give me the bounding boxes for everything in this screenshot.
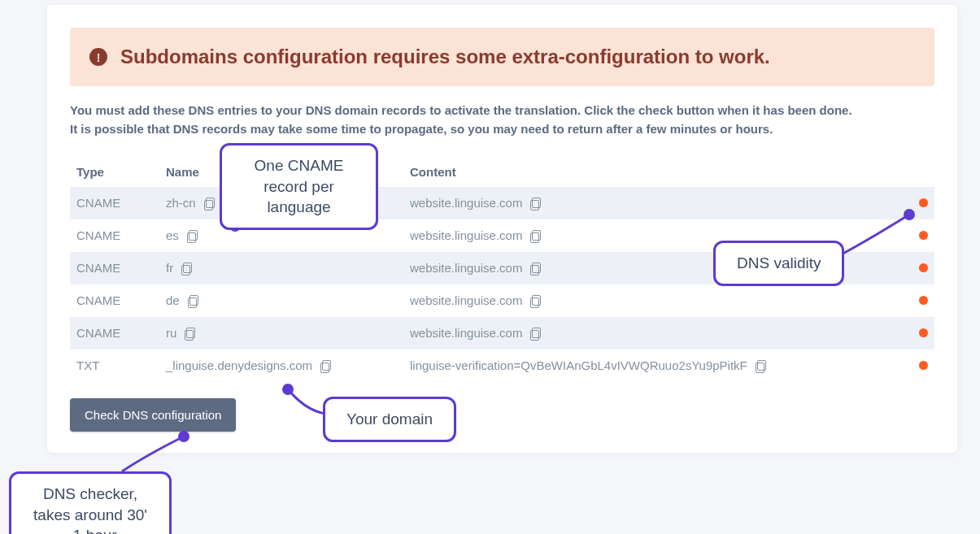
cell-name: fr xyxy=(166,261,410,275)
cell-content: website.linguise.com xyxy=(410,293,895,307)
instructions-line-2: It is possible that DNS records may take… xyxy=(70,119,934,138)
cell-type: CNAME xyxy=(76,326,166,340)
cell-content: linguise-verification=QvBeWIAnGbL4vIVWQR… xyxy=(410,358,895,372)
alert-title: Subdomains configuration requires some e… xyxy=(120,46,770,68)
status-dot xyxy=(919,328,928,337)
copy-icon[interactable] xyxy=(530,263,542,274)
check-dns-button[interactable]: Check DNS configuration xyxy=(70,398,236,432)
record-content-text: website.linguise.com xyxy=(410,326,522,340)
copy-icon[interactable] xyxy=(530,230,542,241)
status-dot xyxy=(919,361,928,370)
copy-icon[interactable] xyxy=(756,360,767,371)
cell-name: _linguise.denydesigns.com xyxy=(166,358,410,372)
callout-dot xyxy=(178,431,189,442)
cell-name: es xyxy=(166,228,410,242)
cell-type: CNAME xyxy=(76,228,166,242)
record-content-text: website.linguise.com xyxy=(410,196,522,210)
copy-icon[interactable] xyxy=(181,263,193,274)
copy-icon[interactable] xyxy=(187,230,198,241)
cell-type: CNAME xyxy=(76,196,166,210)
record-name-text: es xyxy=(166,228,179,242)
record-name-text: _linguise.denydesigns.com xyxy=(166,358,312,372)
col-header-content: Content xyxy=(410,165,895,179)
cell-content: website.linguise.com xyxy=(410,326,895,340)
copy-icon[interactable] xyxy=(530,198,542,209)
copy-icon[interactable] xyxy=(204,198,216,209)
record-name-text: fr xyxy=(166,261,173,275)
cell-name: de xyxy=(166,293,410,307)
copy-icon[interactable] xyxy=(530,295,542,306)
record-content-text: website.linguise.com xyxy=(410,228,522,242)
callout-dot xyxy=(904,209,915,220)
copy-icon[interactable] xyxy=(185,328,196,339)
cell-type: TXT xyxy=(76,358,166,372)
cell-type: CNAME xyxy=(76,261,166,275)
status-dot xyxy=(919,231,928,240)
callout-validity: DNS validity xyxy=(713,241,844,286)
table-row: TXT_linguise.denydesigns.comlinguise-ver… xyxy=(70,349,934,382)
table-row: CNAMEdewebsite.linguise.com xyxy=(70,284,934,317)
record-name-text: de xyxy=(166,293,180,307)
record-name-text: zh-cn xyxy=(166,196,196,210)
status-dot xyxy=(919,198,928,207)
warning-icon: ! xyxy=(89,48,107,66)
callout-dot xyxy=(282,384,294,395)
cell-content: website.linguise.com xyxy=(410,196,895,210)
alert-banner: ! Subdomains configuration requires some… xyxy=(70,28,934,86)
instructions-text: You must add these DNS entries to your D… xyxy=(70,101,934,139)
table-row: CNAMEzh-cnwebsite.linguise.com xyxy=(70,187,934,219)
table-row: CNAMEruwebsite.linguise.com xyxy=(70,317,934,349)
status-dot xyxy=(919,263,928,272)
record-content-text: website.linguise.com xyxy=(410,293,522,307)
copy-icon[interactable] xyxy=(188,295,199,306)
cell-type: CNAME xyxy=(76,293,166,307)
instructions-line-1: You must add these DNS entries to your D… xyxy=(70,101,934,119)
table-header-row: Type Name Content xyxy=(70,157,934,187)
record-content-text: website.linguise.com xyxy=(410,261,522,275)
dns-config-card: ! Subdomains configuration requires some… xyxy=(47,5,957,453)
callout-cname: One CNAME record per language xyxy=(220,143,378,230)
copy-icon[interactable] xyxy=(530,328,542,339)
callout-domain: Your domain xyxy=(323,397,456,442)
col-header-type: Type xyxy=(76,165,166,179)
cell-name: ru xyxy=(166,326,410,340)
callout-checker: DNS checker, takes around 30' - 1 hour xyxy=(9,471,172,534)
record-name-text: ru xyxy=(166,326,176,340)
record-content-text: linguise-verification=QvBeWIAnGbL4vIVWQR… xyxy=(410,358,747,372)
copy-icon[interactable] xyxy=(320,360,332,371)
status-dot xyxy=(919,296,928,305)
